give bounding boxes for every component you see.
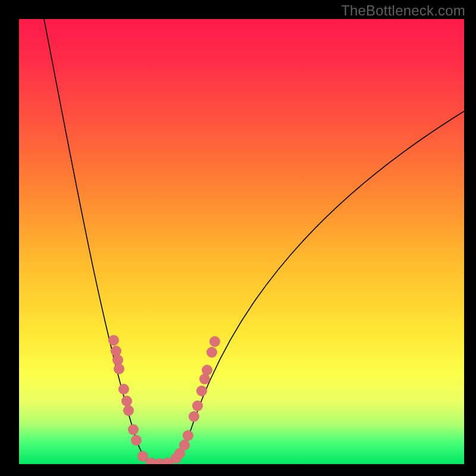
chart-frame: TheBottleneck.com [0, 0, 476, 476]
watermark-text: TheBottleneck.com [341, 2, 465, 19]
curve-paths [44, 19, 464, 463]
bead-left-8 [131, 435, 142, 446]
bead-left-6 [123, 405, 134, 416]
plot-area [19, 19, 464, 464]
curve-right-branch [168, 111, 464, 463]
bead-left-5 [121, 396, 132, 406]
curve-layer [19, 19, 464, 464]
bead-markers [108, 335, 220, 464]
bead-left-7 [128, 424, 139, 435]
bead-right-10 [209, 336, 220, 347]
bead-right-4 [189, 411, 199, 422]
bead-right-6 [196, 386, 207, 396]
bead-right-8 [202, 365, 212, 375]
bead-left-3 [114, 364, 124, 374]
bead-left-0 [108, 335, 119, 346]
curve-left-branch [44, 19, 152, 463]
bead-left-4 [118, 384, 129, 394]
bead-right-5 [192, 400, 203, 411]
bead-right-9 [206, 347, 217, 358]
bead-right-3 [183, 430, 193, 441]
bead-right-2 [179, 440, 190, 450]
